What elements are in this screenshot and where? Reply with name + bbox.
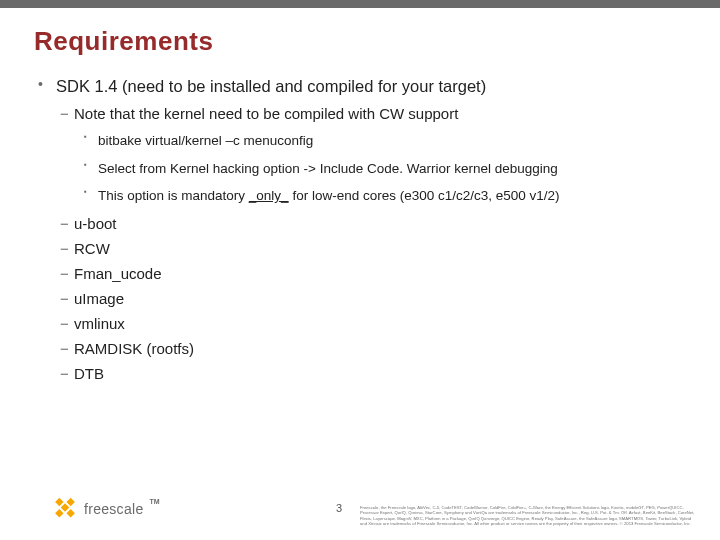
slide-body: Requirements SDK 1.4 (need to be install…	[0, 8, 720, 384]
svg-rect-2	[55, 498, 63, 506]
artifact-item: uImage	[34, 288, 686, 309]
svg-rect-3	[66, 509, 74, 517]
sub-bitbake: bitbake virtual/kernel –c menuconfig	[34, 130, 686, 152]
sub-mandatory-post: for low-end cores (e300 c1/c2/c3, e500 v…	[289, 188, 560, 203]
artifact-item: vmlinux	[34, 313, 686, 334]
page-number: 3	[336, 502, 342, 514]
sub-mandatory-only: _only_	[249, 188, 289, 203]
footer: freescale TM 3 Freescale, the Freescale …	[0, 482, 720, 528]
artifact-item: Fman_ucode	[34, 263, 686, 284]
legal-text: Freescale, the Freescale logo, AltiVec, …	[360, 505, 696, 526]
svg-rect-0	[66, 498, 74, 506]
artifact-item: RCW	[34, 238, 686, 259]
artifact-item: DTB	[34, 363, 686, 384]
freescale-logo-text: freescale	[84, 501, 144, 517]
sub-kernel-hacking: Select from Kernel hacking option -> Inc…	[34, 158, 686, 180]
svg-rect-1	[61, 503, 69, 511]
freescale-logo-icon	[52, 496, 78, 522]
sub-mandatory: This option is mandatory _only_ for low-…	[34, 185, 686, 207]
slide-title: Requirements	[34, 26, 686, 57]
freescale-logo: freescale TM	[52, 496, 160, 522]
artifact-item: RAMDISK (rootfs)	[34, 338, 686, 359]
svg-rect-4	[55, 509, 63, 517]
trademark-symbol: TM	[150, 498, 160, 505]
bullet-kernel-note: Note that the kernel need to be compiled…	[34, 103, 686, 124]
sub-mandatory-pre: This option is mandatory	[98, 188, 249, 203]
bullet-sdk: SDK 1.4 (need to be installed and compil…	[34, 75, 686, 97]
artifact-list: u-bootRCWFman_ucodeuImagevmlinuxRAMDISK …	[34, 213, 686, 384]
artifact-item: u-boot	[34, 213, 686, 234]
top-accent-bar	[0, 0, 720, 8]
